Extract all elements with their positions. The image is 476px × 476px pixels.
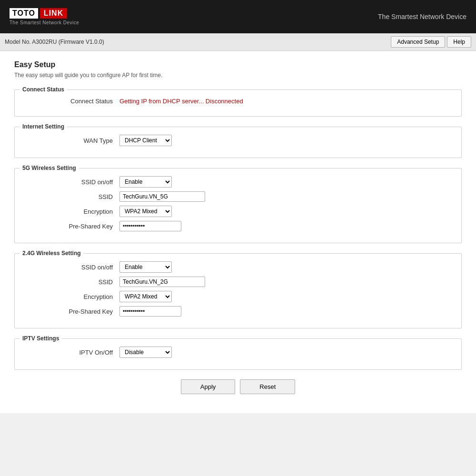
logo-area: TOTO LINK The Smartest Network Device xyxy=(10,8,79,25)
advanced-setup-button[interactable]: Advanced Setup xyxy=(391,36,445,48)
iptv-onoff-control: Disable Enable xyxy=(119,347,452,358)
24g-psk-control xyxy=(119,306,452,317)
reset-button[interactable]: Reset xyxy=(240,379,295,394)
logo-link: LINK xyxy=(40,8,67,19)
24g-psk-label: Pre-Shared Key xyxy=(24,308,119,315)
help-button[interactable]: Help xyxy=(447,36,471,48)
page-description: The easy setup will guide you to configu… xyxy=(14,72,462,79)
header-slogan: The Smartest Network Device xyxy=(378,13,466,20)
5g-psk-control xyxy=(119,221,452,231)
wireless-5g-section: 5G Wireless Setting SSID on/off Enable D… xyxy=(14,165,462,243)
iptv-onoff-row: IPTV On/Off Disable Enable xyxy=(24,347,452,358)
24g-ssid-onoff-control: Enable Disable xyxy=(119,261,452,273)
24g-ssid-onoff-label: SSID on/off xyxy=(24,264,119,271)
iptv-onoff-select[interactable]: Disable Enable xyxy=(119,347,172,358)
iptv-section: IPTV Settings IPTV On/Off Disable Enable xyxy=(14,335,462,370)
5g-ssid-onoff-label: SSID on/off xyxy=(24,178,119,186)
24g-ssid-label: SSID xyxy=(24,278,119,286)
logo-toto: TOTO xyxy=(10,8,38,19)
5g-psk-label: Pre-Shared Key xyxy=(24,223,119,230)
connect-status-value: Getting IP from DHCP server... Disconnec… xyxy=(119,98,452,105)
24g-encryption-row: Encryption WPA2 Mixed WPA2 WPA None xyxy=(24,291,452,302)
5g-ssid-row: SSID xyxy=(24,191,452,202)
wan-type-select[interactable]: DHCP Client Static IP PPPoE xyxy=(119,135,172,146)
wireless-24g-legend: 2.4G Wireless Setting xyxy=(20,250,84,257)
5g-encryption-select[interactable]: WPA2 Mixed WPA2 WPA None xyxy=(119,206,172,217)
iptv-legend: IPTV Settings xyxy=(20,335,62,342)
model-info: Model No. A3002RU (Firmware V1.0.0) xyxy=(5,39,104,45)
wan-type-row: WAN Type DHCP Client Static IP PPPoE xyxy=(24,135,452,146)
main-content: Easy Setup The easy setup will guide you… xyxy=(0,51,476,413)
5g-ssid-label: SSID xyxy=(24,193,119,200)
internet-setting-section: Internet Setting WAN Type DHCP Client St… xyxy=(14,123,462,158)
wan-type-control: DHCP Client Static IP PPPoE xyxy=(119,135,452,146)
24g-encryption-label: Encryption xyxy=(24,293,119,300)
apply-button[interactable]: Apply xyxy=(181,379,236,394)
header: TOTO LINK The Smartest Network Device Th… xyxy=(0,0,476,33)
24g-psk-input[interactable] xyxy=(119,306,181,317)
connect-status-legend: Connect Status xyxy=(20,86,67,93)
connect-status-section: Connect Status Connect Status Getting IP… xyxy=(14,86,462,117)
toolbar-buttons: Advanced Setup Help xyxy=(391,36,471,48)
5g-psk-input[interactable] xyxy=(119,221,181,231)
5g-ssid-onoff-control: Enable Disable xyxy=(119,176,452,188)
24g-ssid-row: SSID xyxy=(24,277,452,287)
connect-status-row: Connect Status Getting IP from DHCP serv… xyxy=(24,98,452,105)
toolbar: Model No. A3002RU (Firmware V1.0.0) Adva… xyxy=(0,33,476,51)
24g-encryption-select[interactable]: WPA2 Mixed WPA2 WPA None xyxy=(119,291,172,302)
24g-ssid-onoff-select[interactable]: Enable Disable xyxy=(119,261,172,273)
page-title: Easy Setup xyxy=(14,60,462,69)
logo-box: TOTO LINK xyxy=(10,8,67,19)
24g-ssid-control xyxy=(119,277,452,287)
24g-ssid-input[interactable] xyxy=(119,277,205,287)
5g-ssid-onoff-row: SSID on/off Enable Disable xyxy=(24,176,452,188)
button-row: Apply Reset xyxy=(14,379,462,394)
24g-psk-row: Pre-Shared Key xyxy=(24,306,452,317)
wireless-5g-legend: 5G Wireless Setting xyxy=(20,165,79,171)
wan-type-label: WAN Type xyxy=(24,137,119,144)
connect-status-label: Connect Status xyxy=(24,98,119,105)
24g-encryption-control: WPA2 Mixed WPA2 WPA None xyxy=(119,291,452,302)
internet-setting-legend: Internet Setting xyxy=(20,123,67,130)
5g-ssid-input[interactable] xyxy=(119,191,205,202)
5g-encryption-control: WPA2 Mixed WPA2 WPA None xyxy=(119,206,452,217)
5g-encryption-label: Encryption xyxy=(24,208,119,215)
iptv-onoff-label: IPTV On/Off xyxy=(24,349,119,356)
5g-ssid-control xyxy=(119,191,452,202)
logo-subtitle: The Smartest Network Device xyxy=(10,20,79,25)
24g-ssid-onoff-row: SSID on/off Enable Disable xyxy=(24,261,452,273)
5g-encryption-row: Encryption WPA2 Mixed WPA2 WPA None xyxy=(24,206,452,217)
wireless-24g-section: 2.4G Wireless Setting SSID on/off Enable… xyxy=(14,250,462,328)
5g-ssid-onoff-select[interactable]: Enable Disable xyxy=(119,176,172,188)
5g-psk-row: Pre-Shared Key xyxy=(24,221,452,231)
